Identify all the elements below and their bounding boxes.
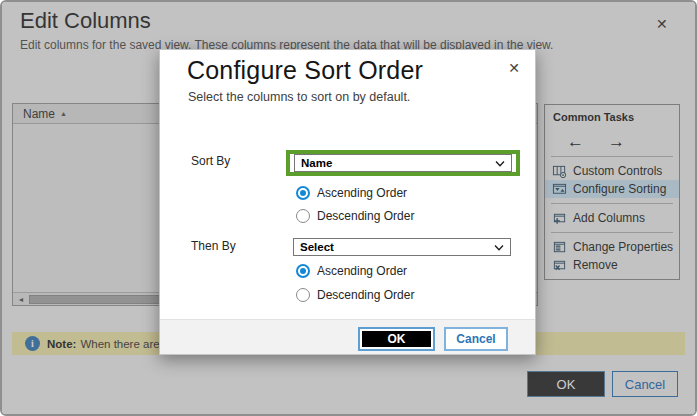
dialog-cancel-button[interactable]: Cancel <box>444 327 508 351</box>
chevron-down-icon <box>495 161 505 167</box>
radio-unselected-icon <box>296 288 310 302</box>
radio-selected-icon <box>296 186 310 200</box>
chevron-down-icon <box>494 245 504 251</box>
dialog-subtitle: Select the columns to sort on by default… <box>188 90 410 104</box>
sort-by-label: Sort By <box>191 154 230 168</box>
then-by-selected-value: Select <box>300 241 334 253</box>
sort-by-selected-value: Name <box>301 157 332 169</box>
radio-label: Descending Order <box>317 209 414 223</box>
sort-by-ascending-radio[interactable]: Ascending Order <box>296 186 407 200</box>
sort-by-dropdown[interactable]: Name <box>294 154 512 172</box>
then-by-ascending-radio[interactable]: Ascending Order <box>296 264 407 278</box>
dialog-ok-button[interactable]: OK <box>358 327 435 351</box>
dialog-close-icon[interactable]: ✕ <box>508 60 520 76</box>
then-by-label: Then By <box>191 239 236 253</box>
sort-by-descending-radio[interactable]: Descending Order <box>296 209 414 223</box>
dialog-title: Configure Sort Order <box>187 56 423 85</box>
radio-label: Ascending Order <box>317 186 407 200</box>
annotation-highlight-box: Name <box>286 150 520 176</box>
radio-label: Descending Order <box>317 288 414 302</box>
radio-selected-icon <box>296 264 310 278</box>
radio-unselected-icon <box>296 209 310 223</box>
edit-columns-window: Edit Columns Edit columns for the saved … <box>0 0 697 416</box>
then-by-descending-radio[interactable]: Descending Order <box>296 288 414 302</box>
radio-label: Ascending Order <box>317 264 407 278</box>
then-by-dropdown[interactable]: Select <box>293 238 511 256</box>
configure-sort-order-dialog: ✕ Configure Sort Order Select the column… <box>159 49 536 355</box>
